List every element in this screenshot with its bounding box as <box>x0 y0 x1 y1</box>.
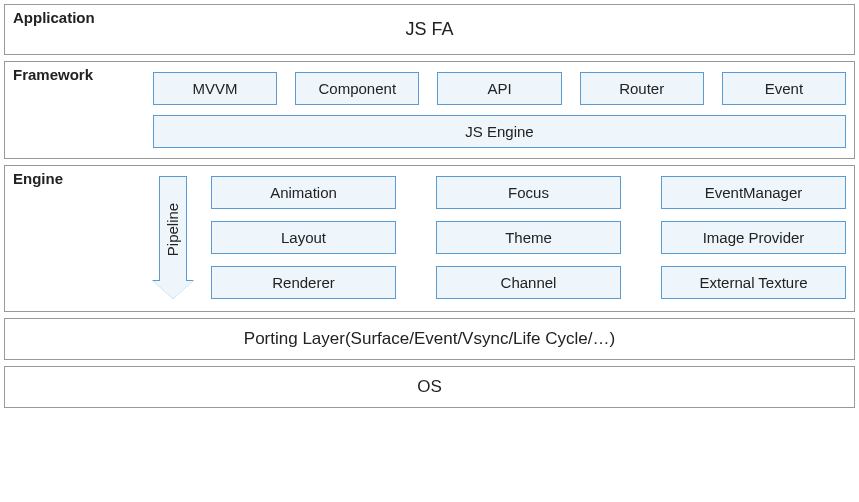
engine-grid: Animation Focus EventManager Layout Them… <box>211 176 846 299</box>
framework-box-mvvm: MVVM <box>153 72 277 105</box>
engine-layer: Engine Pipeline Animation Focus EventMan… <box>4 165 855 312</box>
framework-layer: Framework MVVM Component API Router Even… <box>4 61 855 159</box>
framework-js-engine: JS Engine <box>153 115 846 148</box>
engine-box-renderer: Renderer <box>211 266 396 299</box>
porting-layer: Porting Layer(Surface/Event/Vsync/Life C… <box>4 318 855 360</box>
engine-box-externaltexture: External Texture <box>661 266 846 299</box>
application-label: Application <box>13 9 95 26</box>
framework-row: MVVM Component API Router Event <box>153 72 846 105</box>
os-layer: OS <box>4 366 855 408</box>
engine-box-imageprovider: Image Provider <box>661 221 846 254</box>
framework-label: Framework <box>13 66 93 83</box>
engine-box-animation: Animation <box>211 176 396 209</box>
engine-box-layout: Layout <box>211 221 396 254</box>
application-layer: Application JS FA <box>4 4 855 55</box>
framework-box-component: Component <box>295 72 419 105</box>
pipeline-arrow: Pipeline <box>153 176 193 299</box>
framework-box-api: API <box>437 72 561 105</box>
application-title: JS FA <box>13 11 846 48</box>
framework-box-router: Router <box>580 72 704 105</box>
engine-label: Engine <box>13 170 63 187</box>
framework-box-event: Event <box>722 72 846 105</box>
engine-box-theme: Theme <box>436 221 621 254</box>
engine-box-focus: Focus <box>436 176 621 209</box>
pipeline-label: Pipeline <box>165 202 182 255</box>
engine-box-channel: Channel <box>436 266 621 299</box>
engine-box-eventmanager: EventManager <box>661 176 846 209</box>
